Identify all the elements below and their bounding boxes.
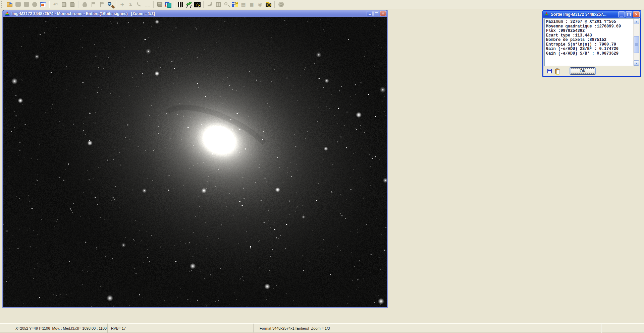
curve-button[interactable] [135, 1, 143, 8]
toolbar-separator [78, 1, 79, 8]
status-spacer [601, 324, 644, 333]
output-dialog: Sortie Img-M3172 3448x257... × Maximum :… [542, 10, 641, 77]
close-button[interactable]: × [380, 11, 386, 16]
sphere-button[interactable]: ◉ [256, 1, 264, 8]
scroll-down-icon[interactable]: ▼ [634, 60, 639, 66]
dialog-close-button[interactable]: × [633, 11, 640, 17]
console-button[interactable] [156, 1, 164, 8]
main-toolbar: i↶+Σ▦■◉ [0, 0, 644, 9]
stat-line: Nombre de pixels :8875152 [546, 38, 633, 43]
output-dialog-body: Maximum : 32767 @ X=201 Y=565Moyenne qua… [544, 18, 639, 75]
threshold-button[interactable] [176, 1, 185, 8]
maximize-button[interactable] [373, 11, 379, 16]
dialog-minimize-button[interactable] [618, 11, 625, 17]
copy-button[interactable] [60, 1, 68, 8]
stat-line: Entropie S(n*ln(n)) : 7900.79 [546, 43, 633, 47]
crosshair-button[interactable]: + [118, 1, 126, 8]
fill-button[interactable]: ■ [248, 1, 256, 8]
save-report-icon[interactable] [547, 69, 552, 73]
rvb-status: RVB= 17 [107, 324, 253, 333]
info-button[interactable]: i [31, 1, 39, 8]
app-prism-icon [544, 12, 549, 17]
toolbar-separator [116, 1, 116, 8]
minimize-button[interactable] [367, 11, 373, 16]
image-window-titlebar[interactable]: Img-M3172 3448x2574 - Monochrome - Entie… [3, 10, 387, 17]
open-file-button[interactable] [5, 1, 14, 8]
toolbar-separator [49, 1, 50, 8]
dialog-maximize-button[interactable] [626, 11, 632, 17]
transform-button[interactable] [206, 1, 214, 8]
star-field-button[interactable] [193, 1, 202, 8]
copy-to-clipboard-icon[interactable] [555, 69, 559, 74]
save-copy-button[interactable] [22, 1, 31, 8]
toolbar-separator [174, 1, 175, 8]
app-prism-icon [5, 12, 10, 16]
undo-button[interactable]: ↶ [51, 1, 60, 8]
stat-line: Ecart type :113.443 [546, 34, 633, 38]
picker-button[interactable] [222, 1, 231, 8]
statistics-text: Maximum : 32767 @ X=201 Y=565Moyenne qua… [545, 19, 633, 66]
toolbar-grip[interactable] [1, 1, 3, 8]
stat-line: Gain (-e/ADU) 2S/B² : 0.174726 [546, 47, 633, 52]
sequence-button[interactable] [231, 1, 239, 8]
application-window: i↶+Σ▦■◉ Img-M3172 3448x2574 - Monochrome… [0, 0, 644, 333]
ok-button[interactable]: OK [570, 67, 595, 75]
scrollbar-thumb[interactable] [634, 36, 639, 53]
camera-button[interactable] [264, 1, 273, 8]
paste-button[interactable] [68, 1, 76, 8]
image-window-title: Img-M3172 3448x2574 - Monochrome - Entie… [11, 11, 387, 16]
cursor-info-status: X=2052 Y=49 I=1106 Moy. : Med.[3x3]= 109… [0, 324, 107, 333]
output-dialog-titlebar[interactable]: Sortie Img-M3172 3448x257... × [543, 11, 641, 18]
grid-button[interactable]: ▦ [239, 1, 248, 8]
webcam-button[interactable] [277, 1, 285, 8]
erase-button[interactable] [80, 1, 89, 8]
stat-line: Maximum : 32767 @ X=201 Y=565 [546, 20, 633, 24]
selection-button[interactable] [143, 1, 152, 8]
image-window: Img-M3172 3448x2574 - Monochrome - Entie… [2, 10, 388, 308]
sum-button[interactable]: Σ [126, 1, 135, 8]
pin-button[interactable] [89, 1, 97, 8]
astronomy-image-canvas[interactable] [3, 17, 387, 307]
scrollbar[interactable]: ▲ ▼ [633, 19, 639, 66]
histogram-button[interactable] [214, 1, 222, 8]
display-settings-button[interactable] [39, 1, 47, 8]
telescope-button[interactable] [185, 1, 193, 8]
toolbar-separator [274, 1, 275, 8]
stat-line: Flux :9978254392 [546, 29, 633, 34]
command-panel-button[interactable] [164, 1, 172, 8]
status-bar: X=2052 Y=49 I=1106 Moy. : Med.[3x3]= 109… [0, 323, 644, 333]
image-viewport [3, 17, 387, 307]
stat-line: Moyenne quadratique :1276899.69 [546, 24, 633, 29]
zoom-button[interactable] [106, 1, 114, 8]
format-status: Format 3448x2574x1 [Entiers] Zoom = 1/3 [253, 324, 601, 333]
pin-alt-button[interactable] [97, 1, 106, 8]
toolbar-separator [153, 1, 154, 8]
stat-line: Gain (-e/ADU) S/B² : 0.0873629 [546, 52, 633, 56]
scroll-up-icon[interactable]: ▲ [634, 19, 639, 24]
save-button[interactable] [14, 1, 22, 8]
toolbar-separator [203, 1, 204, 8]
